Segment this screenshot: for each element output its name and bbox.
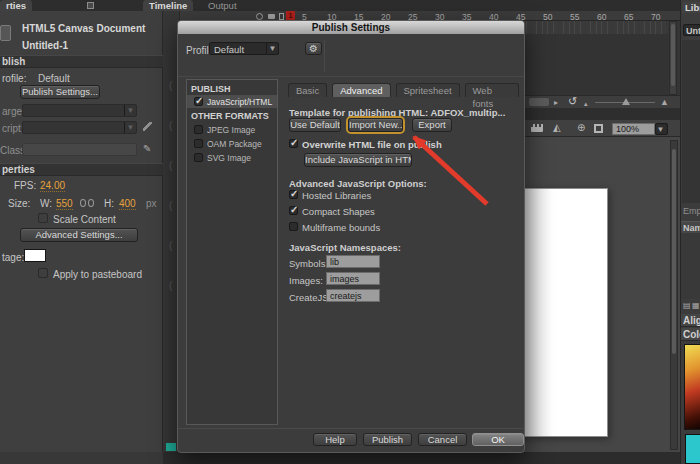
format-checkbox[interactable] <box>194 97 203 106</box>
help-button[interactable]: Help <box>313 433 357 446</box>
format-item[interactable]: SVG Image <box>187 151 277 164</box>
dialog-title: Publish Settings <box>312 22 390 33</box>
lock-icon[interactable] <box>268 14 275 19</box>
height-value[interactable]: 400 <box>119 198 136 210</box>
multiframe-bounds-checkbox[interactable] <box>289 222 298 231</box>
align-panel-header[interactable]: Alig <box>681 314 700 327</box>
chevron-down-icon: ▼ <box>124 122 136 133</box>
publish-settings-button[interactable]: Publish Settings... <box>20 85 100 99</box>
tab-timeline[interactable]: Timeline <box>143 0 193 11</box>
chevron-down-icon: ▼ <box>654 124 667 134</box>
link-width-height-icon[interactable] <box>88 199 94 207</box>
zoom-in-icon[interactable]: ▲ <box>660 97 669 107</box>
dialog-profile-dropdown[interactable]: Default ▼ <box>209 42 279 55</box>
link-width-height-icon[interactable] <box>80 199 86 207</box>
stage-vertical-scrollbar[interactable] <box>670 140 678 450</box>
library-name-header[interactable]: Nam <box>681 221 700 233</box>
profile-options-button[interactable]: ⚙ <box>305 42 322 55</box>
compact-shapes-checkbox[interactable] <box>289 206 298 215</box>
new-symbol-icon[interactable]: ▤ <box>683 301 691 311</box>
fit-window-icon[interactable] <box>594 124 603 133</box>
wrench-icon[interactable] <box>143 122 152 131</box>
advanced-settings-button[interactable]: Advanced Settings... <box>20 228 138 242</box>
tool-icon[interactable]: ( <box>169 201 172 211</box>
panel-menu-icon[interactable] <box>87 2 94 9</box>
library-doc-label: Unt <box>686 26 700 36</box>
tool-icon[interactable]: ( <box>169 241 172 251</box>
use-default-button[interactable]: Use Default <box>289 118 341 132</box>
import-new-button[interactable]: Import New... <box>348 118 403 132</box>
advanced-options-label: Advanced JavaScript Options: <box>289 178 427 189</box>
export-button[interactable]: Export <box>412 118 452 132</box>
cyan-color-swatch[interactable] <box>685 434 700 464</box>
tab-basic[interactable]: Basic <box>288 83 327 97</box>
new-folder-icon[interactable]: ▦ <box>692 301 700 311</box>
library-doc-selector[interactable]: Unt <box>683 24 700 36</box>
slider-thumb[interactable] <box>622 98 630 105</box>
target-dropdown[interactable]: ▼ <box>22 104 137 117</box>
outline-icon[interactable] <box>279 13 284 20</box>
eye-icon[interactable] <box>256 13 263 20</box>
tab-advanced[interactable]: Advanced <box>332 83 390 97</box>
overwrite-checkbox[interactable] <box>289 139 298 148</box>
color-gradient-swatch[interactable] <box>684 344 700 430</box>
center-stage-icon[interactable]: ⊕ <box>577 123 585 133</box>
include-js-button[interactable]: Include JavaScript in HTML... <box>304 153 412 167</box>
stage-color-swatch[interactable] <box>24 249 46 262</box>
apply-pasteboard-checkbox[interactable] <box>38 268 48 278</box>
tab-properties[interactable]: rties <box>0 0 32 11</box>
tab-web-fonts[interactable]: Web fonts <box>465 83 519 97</box>
images-input[interactable] <box>326 272 380 285</box>
hosted-libraries-checkbox[interactable] <box>289 190 298 199</box>
scroll-right-icon[interactable]: ▸ <box>554 98 558 108</box>
class-input[interactable] <box>22 143 137 156</box>
stage-zoom-input[interactable]: 100% <box>612 123 655 135</box>
symbols-input[interactable] <box>326 255 380 268</box>
stage-canvas[interactable] <box>518 188 608 437</box>
publish-section-header[interactable]: blish <box>0 55 163 68</box>
cancel-button[interactable]: Cancel <box>418 433 467 446</box>
width-value[interactable]: 550 <box>56 198 73 210</box>
format-item[interactable]: JPEG Image <box>187 123 277 136</box>
undo-loop-icon[interactable]: ↺ <box>568 96 577 106</box>
compact-shapes-label: Compact Shapes <box>302 206 375 217</box>
tab-output[interactable]: Output <box>202 0 243 11</box>
format-item-selected[interactable]: JavaScript/HTML <box>187 95 277 108</box>
tool-icon[interactable]: ( <box>169 281 172 291</box>
fps-value[interactable]: 24.00 <box>40 180 65 192</box>
symbols-label: Symbols: <box>289 258 328 269</box>
tab-spritesheet[interactable]: Spritesheet <box>396 83 460 97</box>
tool-icon-teal[interactable] <box>166 443 176 451</box>
ok-button[interactable]: OK <box>472 433 524 446</box>
profile-label: rofile: <box>2 73 26 84</box>
timeline-vertical-scrollbar[interactable] <box>669 21 677 95</box>
script-dropdown[interactable]: ▼ <box>22 121 137 134</box>
stage-zoom-dropdown[interactable]: ▼ <box>655 123 668 135</box>
format-checkbox[interactable] <box>194 139 203 148</box>
properties-section-header[interactable]: perties <box>0 163 163 176</box>
dialog-title-bar[interactable]: Publish Settings <box>178 21 524 34</box>
tool-icon[interactable]: ( <box>169 81 172 91</box>
format-checkbox[interactable] <box>194 153 203 162</box>
document-icon <box>0 25 11 41</box>
library-panel-tab[interactable]: Libra <box>682 2 700 13</box>
tool-icon[interactable]: ( <box>169 161 172 171</box>
tool-icon[interactable]: ( <box>169 121 172 131</box>
format-item[interactable]: OAM Package <box>187 137 277 150</box>
edit-symbols-icon[interactable]: ◭ <box>553 123 561 133</box>
hosted-libraries-label: Hosted Libraries <box>302 190 371 201</box>
dialog-divider-horizontal <box>178 76 524 77</box>
clapperboard-icon[interactable] <box>531 124 543 132</box>
application-window: rties Timeline Output HTML5 Canvas Docum… <box>0 0 700 464</box>
timeline-hscroll-thumb[interactable] <box>529 98 549 106</box>
pencil-icon[interactable]: ✎ <box>143 144 151 154</box>
format-checkbox[interactable] <box>194 125 203 134</box>
timeline-zoom-slider[interactable] <box>595 102 655 103</box>
height-label: H: <box>104 198 114 209</box>
stage-label: tage: <box>2 252 24 263</box>
library-name-label: Nam <box>683 223 700 233</box>
scale-content-checkbox[interactable] <box>38 213 48 223</box>
createjs-input[interactable] <box>326 289 380 302</box>
publish-button[interactable]: Publish <box>363 433 412 446</box>
color-panel-header[interactable]: Colo <box>681 328 700 341</box>
